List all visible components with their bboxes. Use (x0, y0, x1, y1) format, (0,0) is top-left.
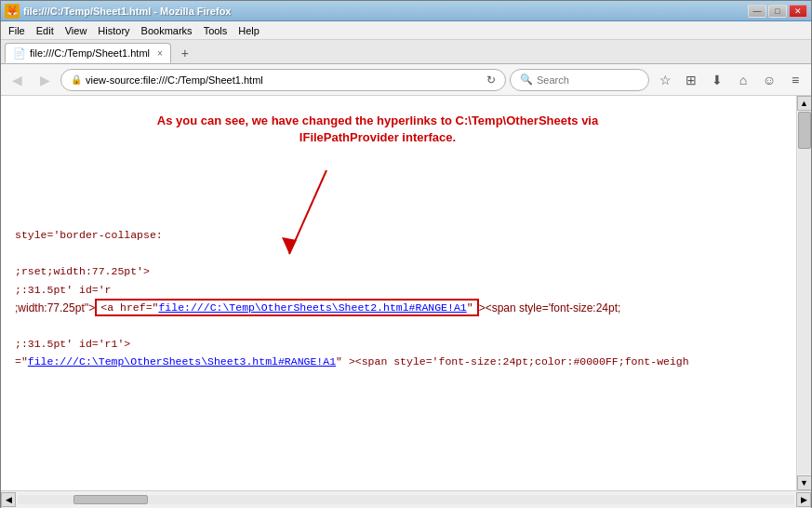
scroll-up-button[interactable]: ▲ (797, 96, 812, 111)
code-line-4: ;:31.5pt' id='r (15, 281, 782, 300)
minimize-button[interactable]: — (748, 5, 766, 18)
maximize-button[interactable]: □ (768, 5, 787, 18)
titlebar: 🦊 file:///C:/Temp/Sheet1.html - Mozilla … (1, 1, 811, 21)
code-line-3: ;rset;width:77.25pt'> (15, 262, 782, 281)
scroll-track-v[interactable] (798, 112, 811, 475)
scroll-left-button[interactable]: ◀ (1, 492, 16, 507)
menu-bookmarks[interactable]: Bookmarks (136, 23, 198, 38)
refresh-button[interactable]: ↻ (486, 74, 496, 87)
tab-title: file:///C:/Temp/Sheet1.html (30, 47, 150, 59)
titlebar-left: 🦊 file:///C:/Temp/Sheet1.html - Mozilla … (5, 4, 232, 19)
horizontal-scrollbar: ◀ ▶ (1, 491, 811, 508)
menubar: File Edit View History Bookmarks Tools H… (1, 21, 811, 40)
bookmark-button[interactable]: ⊞ (679, 69, 703, 91)
href-value-2: file:///C:\Temp\OtherSheets\Sheet3.html#… (28, 355, 336, 368)
annotation-arrow (271, 170, 364, 263)
search-bar[interactable]: 🔍 (510, 69, 649, 91)
back-button[interactable]: ◀ (5, 69, 29, 91)
browser-window: 🦊 file:///C:/Temp/Sheet1.html - Mozilla … (0, 0, 812, 508)
code-line-7: ;:31.5pt' id='r1'> (15, 335, 782, 354)
browser-icon: 🦊 (5, 4, 20, 19)
tab-favicon: 📄 (13, 47, 26, 60)
download-button[interactable]: ⬇ (705, 69, 729, 91)
scroll-track-h[interactable] (18, 495, 794, 504)
search-input[interactable] (537, 74, 639, 86)
svg-marker-1 (282, 237, 297, 254)
vertical-scrollbar: ▲ ▼ (796, 96, 811, 490)
highlight-box: <a href="file:///C:\Temp\OtherSheets\She… (95, 299, 478, 316)
home-button[interactable]: ⌂ (731, 69, 755, 91)
href-value: file:///C:\Temp\OtherSheets\Sheet2.html#… (158, 301, 466, 314)
scroll-thumb-v[interactable] (798, 112, 811, 149)
emoji-button[interactable]: ☺ (757, 69, 781, 91)
annotation-text: As you can see, we have changed the hype… (122, 113, 633, 146)
scroll-down-button[interactable]: ▼ (797, 475, 812, 490)
code-container: style='border-collapse: ;rset;width:77.2… (15, 226, 782, 371)
menu-file[interactable]: File (3, 23, 31, 38)
code-line-6 (15, 316, 782, 335)
code-line-2 (15, 245, 782, 263)
statusbar: ◀ ▶ (1, 490, 811, 507)
tab-close-button[interactable]: × (157, 48, 163, 59)
menu-edit[interactable]: Edit (31, 23, 60, 38)
highlighted-code-line: ;width:77.25pt' '> <a href="file:///C:\T… (15, 299, 782, 316)
scroll-thumb-h[interactable] (73, 495, 148, 504)
forward-button[interactable]: ▶ (33, 69, 57, 91)
window-controls: — □ ✕ (748, 5, 807, 18)
address-input[interactable] (86, 74, 483, 86)
tabbar: 📄 file:///C:/Temp/Sheet1.html × + (1, 40, 811, 64)
code-line-8: ="file:///C:\Temp\OtherSheets\Sheet3.htm… (15, 353, 782, 371)
code-line-1: style='border-collapse: (15, 226, 782, 245)
menu-tools[interactable]: Tools (198, 23, 233, 38)
new-tab-button[interactable]: + (175, 43, 195, 63)
menu-button[interactable]: ≡ (783, 69, 807, 91)
window-title: file:///C:/Temp/Sheet1.html - Mozilla Fi… (23, 6, 232, 17)
close-button[interactable]: ✕ (789, 5, 807, 18)
menu-history[interactable]: History (92, 23, 135, 38)
toolbar: ◀ ▶ 🔒 ↻ 🔍 ☆ ⊞ ⬇ ⌂ ☺ ≡ (1, 64, 811, 96)
menu-view[interactable]: View (60, 23, 93, 38)
address-bar[interactable]: 🔒 ↻ (60, 69, 506, 91)
page-content[interactable]: As you can see, we have changed the hype… (1, 96, 796, 490)
search-icon: 🔍 (520, 74, 533, 86)
scroll-right-button[interactable]: ▶ (796, 492, 811, 507)
content-area: As you can see, we have changed the hype… (1, 96, 811, 490)
active-tab[interactable]: 📄 file:///C:/Temp/Sheet1.html × (5, 43, 171, 63)
star-button[interactable]: ☆ (653, 69, 677, 91)
toolbar-icons: ☆ ⊞ ⬇ ⌂ ☺ ≡ (653, 69, 807, 91)
menu-help[interactable]: Help (233, 23, 265, 38)
lock-icon: 🔒 (71, 74, 82, 85)
